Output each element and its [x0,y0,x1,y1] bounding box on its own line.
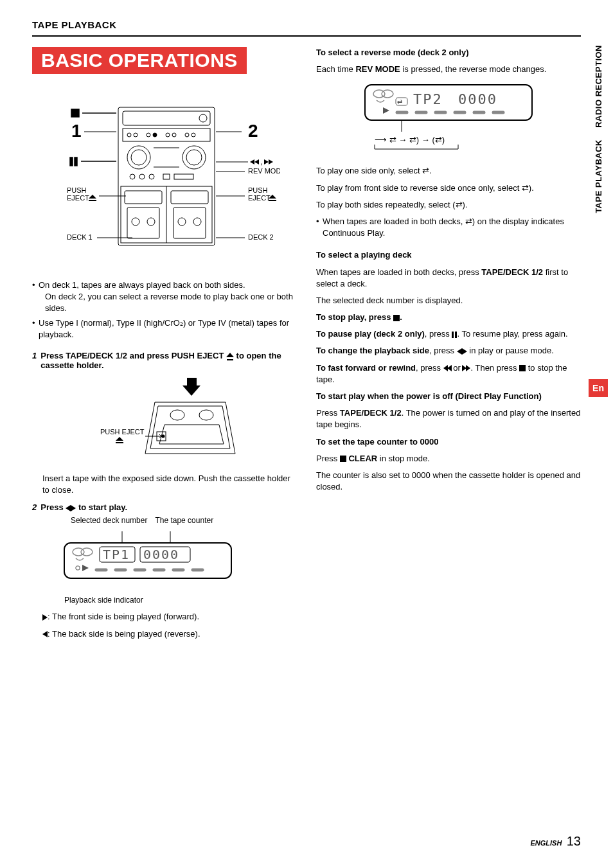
counter-reset-line: The counter is also set to 0000 when the… [316,470,581,493]
play-reverse-icon [42,631,48,637]
play-both-sides: To play both sides repeatedly, select (⇄… [316,199,581,211]
svg-rect-50 [125,191,162,204]
svg-point-39 [182,146,206,169]
svg-text:TP1: TP1 [103,547,130,562]
svg-point-65 [199,410,213,420]
tab-tape-playback: TAPE PLAYBACK [594,139,603,213]
svg-marker-84 [82,565,89,571]
stop-icon [393,315,400,321]
play-front-reverse: To play from front side to reverse side … [316,182,581,194]
step-1: 1 Press TAPE/DECK 1/2 and press PUSH EJE… [32,351,297,370]
callout-2: 2 [248,121,258,141]
counter-press-line: Press CLEAR in stop mode. [316,453,581,465]
svg-marker-59 [116,437,123,441]
svg-rect-7 [89,200,96,201]
change-side-line: To change the playback side, press in pl… [316,345,581,357]
svg-text:⟶ ⇄ → ⇄) → (⇄): ⟶ ⇄ → ⇄) → (⇄) [375,135,445,145]
language-tab: En [589,379,608,397]
indicator-caption: Playback side indicator [64,596,297,605]
svg-text:EJECT: EJECT [248,194,271,202]
svg-text:,: , [260,157,262,166]
play-forward-icon [42,614,48,621]
right-column: To select a reverse mode (deck 2 only) E… [316,47,581,645]
svg-rect-26 [123,111,210,125]
svg-text:0000: 0000 [458,91,497,107]
svg-point-43 [130,174,135,179]
svg-rect-2 [70,157,73,166]
heading-stop-play: To stop play, press . [316,312,402,322]
svg-rect-22 [269,200,276,201]
svg-point-27 [199,114,207,122]
label-deck-2: DECK 2 [248,233,274,241]
lcd-caption-row: Selected deck number The tape counter [71,516,297,525]
svg-point-64 [170,410,184,420]
svg-point-35 [185,133,189,137]
svg-point-57 [193,218,201,226]
fast-forward-icon [463,365,470,371]
header-underline [32,35,581,37]
svg-rect-28 [123,128,210,141]
stereo-diagram: PUSH EJECT DECK 1 1 2 [32,93,297,267]
svg-point-33 [166,133,170,137]
ff-rewind-line: To fast forward or rewind, press or . Th… [316,362,581,385]
rewind-icon [443,365,451,371]
svg-text:TP2: TP2 [413,91,443,107]
stop-icon [340,456,346,462]
svg-marker-16 [269,159,273,164]
svg-text:⇄: ⇄ [397,98,402,105]
play-one-side: To play one side only, select ⇄. [316,165,581,177]
svg-rect-3 [75,157,77,166]
svg-point-44 [139,174,145,179]
reverse-mode-line: Each time REV MODE is pressed, the rever… [316,64,581,75]
heading-direct-play: To start play when the power is off (Dir… [316,391,542,401]
section-header: TAPE PLAYBACK [32,19,581,30]
eject-icon [226,353,234,360]
svg-point-37 [127,146,150,169]
stop-icon [519,365,526,371]
heading-reverse-mode: To select a reverse mode (deck 2 only) [316,48,468,57]
svg-text:PUSH: PUSH [248,186,268,194]
svg-rect-0 [71,109,79,117]
lcd-tp1-diagram: TP1 0000 [58,531,297,583]
svg-point-30 [134,133,138,137]
label-rev-mode: REV MODE [248,167,280,175]
page-number: 13 [567,834,581,848]
svg-point-38 [131,150,147,165]
svg-point-31 [147,133,150,137]
direct-play-line: Press TAPE/DECK 1/2. The power is turned… [316,407,581,430]
cassette-holder-diagram: PUSH EJECT [32,376,297,460]
svg-rect-51 [171,191,208,204]
svg-marker-63 [182,378,200,396]
page-footer: ENGLISH 13 [531,834,582,849]
svg-point-45 [149,174,154,179]
svg-marker-12 [250,159,254,164]
svg-marker-15 [264,159,269,164]
svg-point-36 [191,133,195,137]
svg-text:EJECT: EJECT [67,194,89,202]
svg-point-88 [382,90,393,98]
bullet-item: Use Type I (normal), Type II (high/CrO₂)… [32,317,297,341]
svg-rect-46 [163,174,170,179]
rev-play-line: : The back side is being played (reverse… [42,628,297,640]
svg-point-29 [127,133,131,137]
tab-radio-reception: RADIO RECEPTION [594,45,603,128]
intro-bullets: On deck 1, tapes are always played back … [32,279,297,341]
insert-instruction: Insert a tape with the exposed side down… [42,473,297,496]
label-deck-1: DECK 1 [67,233,93,241]
label-push-eject-left: PUSH [67,186,87,194]
fwd-play-line: : The front side is being played (forwar… [42,611,297,623]
svg-point-73 [81,548,93,556]
svg-point-40 [186,150,202,165]
svg-text:PUSH EJECT: PUSH EJECT [100,428,145,436]
svg-point-34 [172,133,176,137]
banner-basic-operations: BASIC OPERATIONS [32,47,247,74]
step-2: 2 Press to start play. [32,502,297,512]
lcd-tp2-diagram: ⇄ TP2 0000 ⟶ ⇄ → ⇄) → (⇄) [316,82,581,152]
svg-rect-47 [174,174,193,179]
select-deck-line: When tapes are loaded in both decks, pre… [316,267,581,290]
svg-point-32 [153,133,157,137]
svg-marker-99 [383,107,389,114]
svg-point-55 [147,218,155,226]
svg-point-54 [132,218,139,226]
svg-marker-13 [254,159,259,164]
